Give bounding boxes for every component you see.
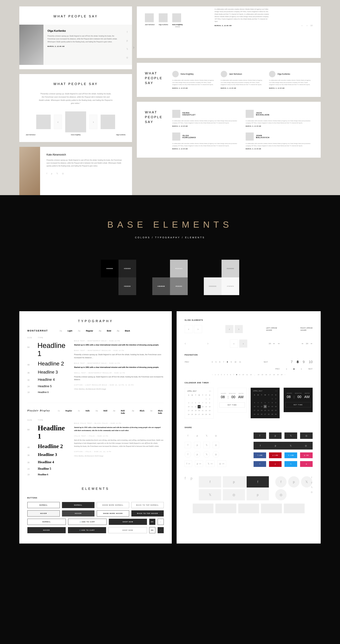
prev-arrow-icon[interactable]: ‹ <box>185 325 193 333</box>
page-num[interactable]: 4 <box>212 361 213 363</box>
instagram-icon[interactable]: ◎ <box>300 432 313 439</box>
prev-link[interactable]: PREV <box>275 368 280 370</box>
person-tab[interactable]: Olga Kurilenko <box>159 13 168 27</box>
button-arrow[interactable]: → <box>158 519 164 525</box>
twitter-icon[interactable]: 𝕏 <box>284 442 297 449</box>
pinterest-icon[interactable]: p <box>311 481 312 484</box>
pinterest-button[interactable]: p <box>269 461 282 467</box>
pinterest-icon[interactable]: p <box>223 476 245 488</box>
button-dark[interactable]: HOVER <box>27 527 66 533</box>
facebook-icon[interactable]: f <box>46 172 47 175</box>
facebook-icon[interactable]: f <box>311 476 312 479</box>
page-num[interactable]: 6 <box>219 361 220 363</box>
pinterest-icon[interactable]: p <box>194 451 200 458</box>
facebook-button[interactable]: f 1 489 <box>254 452 266 458</box>
instagram-icon[interactable]: ◎ <box>223 489 245 500</box>
instagram-icon[interactable]: ◎ <box>213 432 219 439</box>
twitter-icon[interactable]: 𝕏 <box>126 48 128 50</box>
thumbnail[interactable] <box>193 504 214 513</box>
page-num[interactable]: 10 <box>309 360 313 364</box>
facebook-icon[interactable]: f <box>185 432 191 439</box>
twitter-icon[interactable]: 𝕏 <box>56 172 58 175</box>
facebook-icon[interactable]: f <box>127 31 128 33</box>
pinterest-icon[interactable]: p <box>194 442 200 448</box>
twitter-share[interactable]: 𝕏15K <box>206 460 214 467</box>
instagram-icon[interactable]: ◎ <box>213 442 219 448</box>
button-outline[interactable]: SHOW MORE NORMAL <box>97 502 129 508</box>
button-outline[interactable]: NORMAL <box>27 502 60 508</box>
thumbnail[interactable] <box>238 504 259 513</box>
facebook-icon[interactable]: f <box>247 476 269 488</box>
pinterest-icon[interactable]: p <box>126 39 128 42</box>
instagram-icon[interactable]: ◎ <box>275 489 286 500</box>
twitter-icon[interactable]: 𝕏 <box>203 451 210 458</box>
page-num[interactable]: 5 <box>216 361 216 363</box>
next-arrow-icon[interactable]: → <box>278 342 280 345</box>
button-dark[interactable]: BACK TO TOP HOVER <box>131 510 164 516</box>
next-arrow-icon[interactable]: → <box>310 342 313 345</box>
button-hover[interactable]: HOVER <box>27 510 60 516</box>
button-shop[interactable]: SHOP NOW <box>108 527 147 533</box>
twitter-icon[interactable]: 𝕏 <box>311 486 313 488</box>
facebook-share[interactable]: f15K <box>185 460 192 467</box>
next-link[interactable]: NEXT <box>308 368 313 370</box>
instagram-icon[interactable]: ◎ <box>126 56 128 59</box>
pinterest-icon[interactable]: p <box>288 476 300 488</box>
avatar-active[interactable] <box>65 112 86 132</box>
calendar-light[interactable]: APRIL 2017‹ › SMTWTFS1234567891011121314… <box>185 388 214 418</box>
button-outline[interactable]: BACK TO TOP NORMAL <box>131 502 164 508</box>
prev-arrow-icon[interactable]: ← <box>301 24 303 27</box>
pinterest-icon[interactable]: p <box>269 432 282 439</box>
page-num[interactable]: 11 <box>239 361 241 363</box>
facebook-icon[interactable]: f <box>199 476 221 488</box>
instagram-icon[interactable]: ◎ <box>300 442 312 449</box>
facebook-icon[interactable]: f <box>185 442 191 448</box>
page-num[interactable]: 9 <box>231 361 232 363</box>
button-outline[interactable]: NORMAL <box>27 519 66 525</box>
twitter-icon[interactable]: 𝕏 <box>203 432 210 439</box>
next-arrow-icon[interactable]: › <box>239 340 247 348</box>
timer-dark[interactable]: HOURSMINUTESAM/PM 08:00AM SET TIME <box>284 388 313 412</box>
person-tab[interactable]: Jack Nicholson <box>145 13 155 27</box>
set-time-button[interactable]: SET TIME <box>285 402 311 407</box>
button-ok[interactable]: OK <box>149 527 155 533</box>
page-num[interactable]: 10 <box>234 361 236 363</box>
button-add-cart[interactable]: 🛒 ADD TO CART <box>68 527 106 533</box>
calendar-dark[interactable]: APRIL 2017‹ › SMTWTFS1234567891011121314… <box>251 388 280 418</box>
next-link[interactable]: NEXT <box>264 361 268 363</box>
next-arrow-icon[interactable]: › <box>89 115 98 129</box>
facebook-icon[interactable]: f <box>254 432 266 439</box>
thumbnail[interactable] <box>216 504 236 513</box>
page-num[interactable]: 7 <box>223 361 224 363</box>
button-shop[interactable]: SHOP NOW <box>109 519 147 525</box>
twitter-icon[interactable]: 𝕏 <box>203 442 210 448</box>
twitter-icon[interactable]: 𝕏 <box>199 489 221 500</box>
instagram-icon[interactable]: ◎ <box>62 172 64 175</box>
set-time-button[interactable]: SET TIME <box>220 402 245 408</box>
twitter-button[interactable]: 𝕏 1 489 <box>284 452 297 458</box>
page-num-active[interactable]: 8 <box>297 360 299 364</box>
next-arrow-icon[interactable]: › <box>285 374 285 376</box>
button-add-cart[interactable]: 🛒 ADD TO CART <box>68 519 106 525</box>
thumbnail[interactable] <box>284 504 304 513</box>
page-num[interactable]: 7 <box>291 360 293 364</box>
prev-arrow-icon[interactable]: ← <box>273 342 276 345</box>
button-arrow[interactable]: → <box>158 527 164 533</box>
facebook-icon[interactable]: f <box>275 476 286 488</box>
prev-arrow-icon[interactable]: ‹ <box>230 340 238 348</box>
instagram-icon[interactable]: ◎ <box>213 451 219 458</box>
facebook-icon[interactable]: f <box>254 442 266 449</box>
button-dark[interactable]: NORMAL <box>62 502 94 508</box>
avatar[interactable] <box>100 115 115 129</box>
pinterest-button[interactable]: p 1 489 <box>269 452 282 458</box>
next-arrow-icon[interactable]: › <box>235 325 243 333</box>
pinterest-share[interactable]: p15K <box>195 460 203 467</box>
prev-link[interactable]: PREV <box>185 361 189 363</box>
button-ok[interactable]: OK <box>149 519 155 525</box>
next-arrow-icon[interactable]: › <box>133 45 134 50</box>
facebook-icon[interactable]: f <box>185 451 191 458</box>
button-dark-hover[interactable]: HOVER <box>62 510 94 516</box>
pinterest-icon[interactable]: p <box>190 476 192 480</box>
page-num[interactable]: 9 <box>303 360 304 364</box>
person-tab-active[interactable]: Keira Knightley <box>172 13 183 27</box>
